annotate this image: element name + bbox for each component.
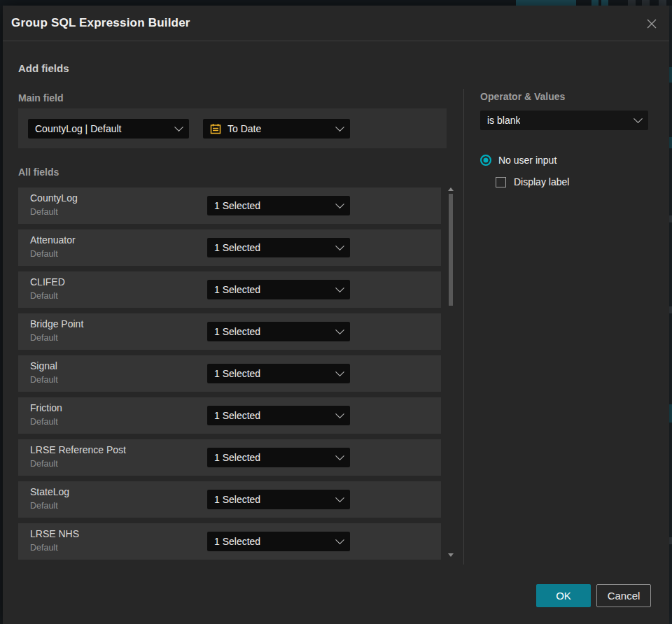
field-sublabel: Default (30, 249, 58, 259)
field-sublabel: Default (30, 375, 58, 385)
field-selected-value: 1 Selected (214, 452, 260, 463)
field-selected-value: 1 Selected (214, 200, 260, 211)
field-selected-dropdown[interactable]: 1 Selected (207, 322, 350, 341)
background-content-fragment (669, 137, 672, 148)
field-selected-dropdown[interactable]: 1 Selected (207, 364, 350, 383)
field-selected-dropdown[interactable]: 1 Selected (207, 196, 350, 215)
field-name: Friction (30, 402, 62, 413)
close-icon[interactable] (643, 15, 661, 33)
field-row: FrictionDefault1 Selected (18, 397, 441, 434)
dialog-title: Group SQL Expression Builder (11, 16, 190, 30)
field-row: StateLogDefault1 Selected (18, 481, 441, 518)
all-fields-heading: All fields (18, 166, 59, 178)
background-content-fragment (669, 404, 672, 423)
calendar-icon (210, 123, 221, 134)
field-type-select[interactable]: To Date (203, 119, 350, 139)
background-toolbar-button (628, 0, 636, 6)
field-sublabel: Default (30, 333, 58, 343)
field-sublabel: Default (30, 459, 58, 469)
chevron-down-icon (335, 122, 344, 132)
chevron-down-icon (335, 283, 344, 292)
field-sublabel: Default (30, 543, 58, 553)
all-fields-list: CountyLogDefault1 SelectedAttenuatorDefa… (18, 187, 441, 558)
field-row: AttenuatorDefault1 Selected (18, 229, 441, 266)
chevron-down-icon (335, 535, 344, 544)
field-sublabel: Default (30, 291, 58, 301)
background-toolbar-button (601, 0, 608, 6)
fields-list-scrollbar[interactable] (448, 187, 454, 558)
background-content-fragment (669, 306, 672, 313)
operator-select[interactable]: is blank (480, 111, 648, 130)
background-content-fragment (669, 67, 672, 83)
field-name: CLIFED (30, 276, 65, 288)
dialog-header: Group SQL Expression Builder (3, 6, 669, 41)
field-selected-value: 1 Selected (214, 494, 260, 505)
chevron-down-icon (335, 367, 344, 376)
background-content-fragment (669, 537, 672, 544)
scroll-down-icon[interactable] (448, 553, 454, 557)
field-selected-value: 1 Selected (214, 326, 260, 337)
field-selected-value: 1 Selected (214, 242, 260, 253)
field-row: Bridge PointDefault1 Selected (18, 313, 441, 350)
field-selected-dropdown[interactable]: 1 Selected (207, 406, 350, 425)
chevron-down-icon (174, 122, 183, 132)
chevron-down-icon (335, 493, 344, 502)
radio-selected-icon (480, 155, 491, 166)
live-view-label: Live view (531, 0, 571, 1)
checkbox-unchecked-icon (496, 177, 506, 187)
field-selected-value: 1 Selected (214, 536, 260, 547)
background-right-strip (669, 6, 672, 624)
chevron-down-icon (335, 451, 344, 460)
background-toolbar-button (642, 0, 650, 6)
field-name: StateLog (30, 486, 69, 497)
field-selected-value: 1 Selected (214, 284, 260, 295)
cancel-button[interactable]: Cancel (596, 584, 651, 607)
field-selected-dropdown[interactable]: 1 Selected (207, 532, 350, 551)
no-user-input-label: No user input (498, 155, 556, 166)
field-selected-dropdown[interactable]: 1 Selected (207, 490, 350, 509)
chevron-down-icon (634, 114, 643, 123)
field-row: LRSE Reference PostDefault1 Selected (18, 439, 441, 476)
field-row: SignalDefault1 Selected (18, 355, 441, 392)
chevron-down-icon (335, 199, 344, 208)
field-sublabel: Default (30, 207, 58, 217)
field-name: CountyLog (30, 192, 78, 204)
chevron-down-icon (335, 325, 344, 334)
background-content-fragment (669, 215, 672, 222)
background-topbar: Live view (0, 0, 672, 6)
field-name: Bridge Point (30, 318, 83, 329)
ok-button[interactable]: OK (536, 584, 591, 607)
field-sublabel: Default (30, 501, 58, 511)
field-selected-dropdown[interactable]: 1 Selected (207, 238, 350, 257)
field-row: LRSE NHSDefault1 Selected (18, 523, 441, 560)
field-row: CountyLogDefault1 Selected (18, 187, 441, 224)
add-fields-heading: Add fields (18, 62, 69, 74)
background-toolbar-button (659, 0, 666, 6)
field-selected-dropdown[interactable]: 1 Selected (207, 448, 350, 467)
main-field-select[interactable]: CountyLog | Default (28, 119, 189, 139)
chevron-down-icon (335, 241, 344, 250)
field-name: LRSE NHS (30, 528, 79, 539)
field-name: Attenuator (30, 234, 76, 246)
field-name: Signal (30, 360, 57, 371)
chevron-down-icon (335, 409, 344, 418)
field-selected-value: 1 Selected (214, 368, 260, 379)
field-selected-value: 1 Selected (214, 410, 260, 421)
operator-select-value: is blank (487, 115, 520, 126)
field-type-select-value: To Date (227, 123, 261, 134)
field-selected-dropdown[interactable]: 1 Selected (207, 280, 350, 299)
no-user-input-radio[interactable]: No user input (480, 155, 556, 166)
scroll-up-icon[interactable] (448, 187, 454, 191)
group-sql-expression-builder-dialog: Group SQL Expression Builder Add fields … (3, 6, 669, 624)
background-toolbar-button (592, 0, 598, 6)
main-field-select-value: CountyLog | Default (35, 123, 122, 134)
field-name: LRSE Reference Post (30, 444, 126, 455)
scrollbar-thumb[interactable] (449, 194, 453, 306)
panel-divider (463, 89, 464, 565)
live-view-button[interactable]: Live view (516, 0, 576, 6)
display-label-label: Display label (514, 176, 569, 187)
display-label-checkbox[interactable]: Display label (496, 176, 569, 187)
field-row: CLIFEDDefault1 Selected (18, 271, 441, 308)
field-sublabel: Default (30, 417, 58, 427)
main-field-panel: CountyLog | Default To Date (18, 108, 447, 148)
